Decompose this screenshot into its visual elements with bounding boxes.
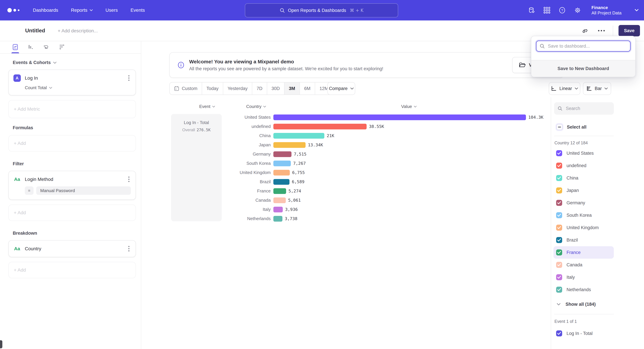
range-3m[interactable]: 3M [284,82,300,94]
chart-bar[interactable] [273,161,291,166]
add-formula-button[interactable]: + Add [8,135,136,152]
chart-type-button[interactable]: Bar [583,82,611,95]
data-management-icon[interactable] [528,7,535,14]
tab-funnels[interactable] [27,41,34,53]
nav-item-reports[interactable]: Reports [71,7,93,13]
chart-bar[interactable] [273,216,282,222]
column-header-country[interactable]: Country [246,104,266,109]
checkbox[interactable] [556,212,562,218]
country-filter-item[interactable]: Canada [554,259,614,271]
filter-operator[interactable]: = [25,186,34,195]
event-count-label: Event 1 of 1 [554,319,644,324]
checkbox[interactable] [556,274,562,280]
global-search-button[interactable]: Open Reports & Dashboards ⌘ + K [245,3,398,17]
country-filter-item[interactable]: United States [554,147,614,159]
chart-bar[interactable] [273,133,324,139]
nav-item-dashboards[interactable]: Dashboards [33,7,58,13]
filter-value[interactable]: Manual Password [36,186,131,195]
breakdown-card[interactable]: Aa Country [8,240,136,257]
chart-bar[interactable] [273,151,292,157]
checkbox[interactable] [556,249,562,256]
range-custom[interactable]: Custom [170,82,202,94]
checkbox[interactable] [556,175,562,181]
country-filter-item[interactable]: France [554,246,614,259]
add-description-field[interactable]: + Add description... [58,28,98,33]
metric-event-name[interactable]: Log In [25,75,127,81]
country-filter-item[interactable]: United Kingdom [554,221,614,234]
save-dashboard-search-input[interactable] [547,43,630,49]
segment-search-box[interactable] [554,102,614,115]
chart-bar[interactable] [273,207,283,212]
tab-insights[interactable] [12,41,19,53]
nav-item-events[interactable]: Events [130,7,145,13]
country-filter-item[interactable]: China [554,172,614,184]
chart-bar[interactable] [273,188,286,194]
checkbox[interactable] [556,262,562,268]
country-filter-item[interactable]: undefined [554,159,614,172]
project-selector[interactable]: Finance All Project Data [592,5,622,16]
chart-bar[interactable] [273,114,526,120]
range-7d[interactable]: 7D [252,82,267,94]
filter-property-name[interactable]: Login Method [25,177,127,182]
chart-bar[interactable] [273,124,366,129]
apps-grid-icon[interactable] [544,7,550,13]
range-30d[interactable]: 30D [267,82,284,94]
aggregation-selector[interactable]: Count Total [25,85,131,90]
chart-bar[interactable] [273,197,286,203]
query-builder-sidebar: Events & Cohorts A Log In Count Total + … [0,41,141,349]
event-filter-item[interactable]: Log In - Total [554,327,644,340]
segment-search-input[interactable] [565,106,610,111]
show-all-button[interactable]: Show all (184) [554,299,644,309]
checkbox[interactable] [556,187,562,193]
add-metric-button[interactable]: + Add Metric [8,100,136,118]
events-cohorts-heading[interactable]: Events & Cohorts [13,60,136,65]
select-all-row[interactable]: Select all [554,124,644,130]
chevron-down-icon[interactable] [634,9,639,11]
breakdown-property-name[interactable]: Country [25,246,127,251]
tab-retention[interactable] [42,41,50,53]
scale-selector-button[interactable]: Linear [549,82,580,95]
country-filter-item[interactable]: South Korea [554,209,614,221]
range-yesterday[interactable]: Yesterday [223,82,252,94]
filter-card[interactable]: Aa Login Method = Manual Password [8,171,136,200]
copy-link-icon[interactable] [579,25,590,36]
add-filter-button[interactable]: + Add [8,205,136,221]
select-all-checkbox[interactable] [556,124,562,130]
report-title[interactable]: Untitled [25,27,45,34]
checkbox[interactable] [556,163,562,169]
country-filter-item[interactable]: Italy [554,271,614,284]
filter-kebab-icon[interactable] [127,175,131,183]
country-filter-item[interactable]: Netherlands [554,284,614,296]
nav-item-users[interactable]: Users [106,7,118,13]
settings-gear-icon[interactable] [574,7,581,14]
country-filter-item[interactable]: Japan [554,184,614,197]
checkbox[interactable] [556,237,562,243]
add-breakdown-button[interactable]: + Add [8,262,136,278]
country-filter-item[interactable]: Brazil [554,234,614,246]
metric-kebab-icon[interactable] [127,74,131,82]
checkbox[interactable] [556,200,562,206]
checkbox[interactable] [556,287,562,293]
metric-card[interactable]: A Log In Count Total [8,69,136,95]
scrollbar-thumb[interactable] [0,340,2,348]
range-today[interactable]: Today [202,82,223,94]
range-6m[interactable]: 6M [300,82,315,94]
chart-bar[interactable] [273,179,290,185]
column-header-event[interactable]: Event [199,104,215,109]
checkbox[interactable] [556,225,562,231]
save-button[interactable]: Save [618,25,640,36]
tab-flows[interactable] [58,41,66,53]
more-options-icon[interactable] [596,28,607,33]
help-icon[interactable]: ? [559,7,566,14]
breakdown-kebab-icon[interactable] [127,245,131,253]
compare-button[interactable]: Compare [327,82,355,95]
chart-bar[interactable] [273,142,306,148]
checkbox[interactable] [556,150,562,156]
column-header-value[interactable]: Value [401,104,417,109]
checkbox[interactable] [556,331,562,337]
save-dashboard-search-box[interactable] [536,40,630,52]
save-to-new-dashboard-button[interactable]: Save to New Dashboard [531,60,635,77]
chart-bar[interactable] [273,170,290,176]
mixpanel-logo-icon[interactable] [8,8,20,12]
country-filter-item[interactable]: Germany [554,197,614,209]
